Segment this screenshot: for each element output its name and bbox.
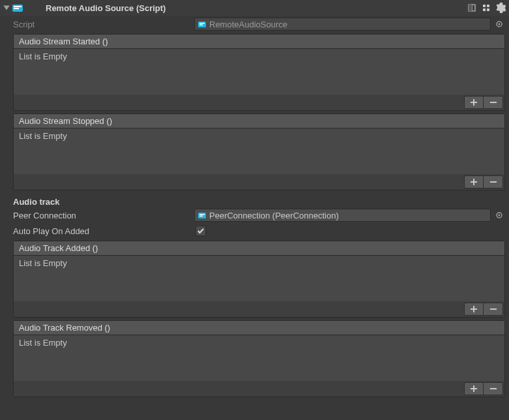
- script-label: Script: [4, 20, 194, 29]
- event-audio-track-removed: Audio Track Removed () List is Empty: [13, 320, 505, 397]
- event-audio-stream-stopped: Audio Stream Stopped () List is Empty: [13, 113, 505, 190]
- header-icons: [466, 2, 506, 14]
- svg-point-12: [499, 215, 501, 217]
- event-header: Audio Track Removed (): [14, 321, 504, 335]
- svg-rect-4: [199, 23, 205, 24]
- component-title: Remote Audio Source (Script): [26, 3, 466, 13]
- event-empty-label: List is Empty: [19, 338, 67, 348]
- reference-book-icon[interactable]: [466, 2, 478, 14]
- event-empty-label: List is Empty: [19, 131, 67, 141]
- remove-event-button[interactable]: [484, 96, 503, 109]
- script-icon: [12, 2, 23, 14]
- event-footer: [14, 95, 504, 110]
- remove-event-button[interactable]: [484, 382, 503, 395]
- event-header: Audio Track Added (): [14, 241, 504, 256]
- gear-icon[interactable]: [495, 2, 506, 14]
- remove-event-button[interactable]: [484, 175, 503, 188]
- event-footer: [14, 381, 504, 397]
- peer-connection-object-icon: [197, 211, 207, 220]
- peer-connection-label: Peer Connection: [4, 211, 194, 220]
- svg-rect-2: [14, 8, 19, 9]
- event-footer: [14, 301, 504, 317]
- peer-connection-object-value: PeerConnection (PeerConnection): [209, 211, 339, 220]
- add-event-button[interactable]: [464, 303, 484, 316]
- event-empty-label: List is Empty: [19, 52, 67, 61]
- event-body: List is Empty: [14, 335, 504, 381]
- auto-play-label: Auto Play On Added: [4, 226, 194, 236]
- event-body: List is Empty: [14, 128, 504, 174]
- auto-play-checkbox[interactable]: [196, 226, 206, 236]
- remove-event-button[interactable]: [484, 303, 503, 316]
- script-row: Script RemoteAudioSource: [4, 17, 505, 31]
- auto-play-row: Auto Play On Added: [4, 224, 505, 238]
- script-object-icon: [197, 20, 207, 29]
- script-object-picker-icon[interactable]: [493, 18, 505, 30]
- svg-rect-5: [199, 25, 203, 26]
- event-header: Audio Stream Started (): [14, 35, 504, 49]
- event-audio-stream-started: Audio Stream Started () List is Empty: [13, 34, 505, 111]
- peer-connection-row: Peer Connection PeerConnection (PeerConn…: [4, 208, 505, 222]
- component-body: Script RemoteAudioSource Audio Stream St…: [0, 16, 509, 402]
- svg-rect-10: [199, 216, 203, 217]
- event-header: Audio Stream Stopped (): [14, 114, 504, 128]
- event-audio-track-added: Audio Track Added () List is Empty: [13, 241, 505, 318]
- svg-point-7: [499, 23, 501, 25]
- foldout-arrow-icon[interactable]: [3, 4, 10, 12]
- add-event-button[interactable]: [464, 96, 484, 109]
- add-event-button[interactable]: [464, 175, 484, 188]
- svg-rect-1: [14, 6, 22, 7]
- checkmark-icon: [197, 227, 205, 235]
- component-header: Remote Audio Source (Script): [0, 0, 509, 16]
- audio-track-section-label: Audio track: [4, 192, 505, 208]
- event-body: List is Empty: [14, 49, 504, 95]
- event-empty-label: List is Empty: [19, 258, 67, 268]
- script-object-field[interactable]: RemoteAudioSource: [194, 18, 491, 31]
- event-body: List is Empty: [14, 256, 504, 301]
- script-object-value: RemoteAudioSource: [209, 20, 287, 29]
- peer-connection-object-field[interactable]: PeerConnection (PeerConnection): [194, 209, 491, 222]
- peer-connection-object-picker-icon[interactable]: [493, 209, 505, 221]
- add-event-button[interactable]: [464, 382, 484, 395]
- presets-icon[interactable]: [480, 2, 492, 14]
- event-footer: [14, 174, 504, 190]
- svg-rect-9: [199, 214, 205, 215]
